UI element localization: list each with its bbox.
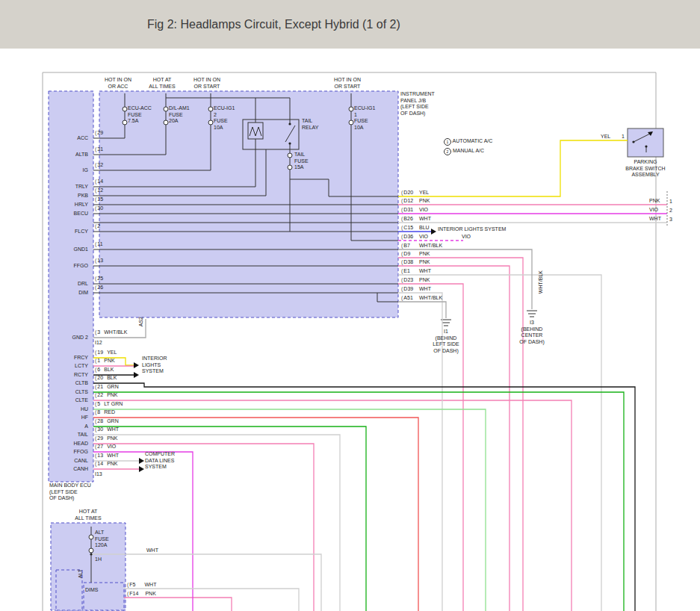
ecu-pin-number-color: 13WHT bbox=[95, 453, 119, 459]
ecu-pin-name: TAIL bbox=[58, 432, 88, 438]
jb-connector-id: E1 bbox=[401, 268, 410, 275]
jb-connector-id: D39 bbox=[401, 286, 413, 293]
wire-light-green bbox=[93, 409, 486, 611]
connector-f14-id: F14 bbox=[129, 591, 138, 596]
ground-i1-label: I1 (BEHIND LEFT SIDE OF DASH) bbox=[433, 329, 459, 354]
wire-color-label: PNK bbox=[419, 251, 430, 258]
ecu-pin-number: 11 bbox=[95, 241, 103, 248]
interior-lights-arrow-1 bbox=[134, 362, 139, 368]
ecu-pin-number-color: 20BLK bbox=[95, 375, 117, 382]
wire-green bbox=[93, 392, 624, 611]
edge-pin-number: 1 bbox=[669, 199, 672, 205]
ecu-pin-number: 27 bbox=[97, 444, 103, 449]
interior-lights-right-label: INTERIOR LIGHTS SYSTEM bbox=[438, 226, 506, 233]
fuse-label-alt: ALT FUSE 120A bbox=[95, 530, 109, 549]
ecu-pin-name: HU bbox=[58, 406, 88, 413]
jb-connector-id: D20 bbox=[401, 190, 413, 196]
connector-i12: I12 bbox=[95, 340, 102, 347]
wire-color-label: GRN bbox=[107, 418, 119, 424]
ecu-pin-number-color: 3WHT/BLK bbox=[95, 329, 127, 336]
ecu-pin-name: RCTY bbox=[58, 372, 88, 379]
ecu-pin-name: GND 2 bbox=[58, 335, 88, 341]
ecu-pin-number: 31 bbox=[95, 146, 103, 153]
ecu-pin-number-color: 22PNK bbox=[95, 392, 118, 399]
ecu-pin-name: CLTB bbox=[58, 380, 88, 387]
parking-switch-pin-1: 1 bbox=[622, 134, 625, 140]
wire-color-label: LT GRN bbox=[104, 401, 123, 406]
wire-color-label: WHT bbox=[419, 268, 431, 275]
relay-label-tail: TAIL RELAY bbox=[302, 118, 318, 131]
ecu-pin-number: 6 bbox=[97, 367, 100, 372]
legend-manual-ac-text: MANUAL A/C bbox=[453, 148, 484, 153]
ecu-pin-number: 29 bbox=[97, 435, 103, 441]
power-label-acc: HOT IN ON OR ACC bbox=[105, 77, 131, 90]
wire-color-label: YEL bbox=[107, 350, 117, 355]
wire-color-label: WHT bbox=[107, 427, 119, 432]
connector-f5-color: WHT bbox=[145, 582, 157, 587]
wire-color-label: VIO bbox=[649, 207, 658, 214]
computer-data-lines-label: COMPUTER DATA LINES SYSTEM bbox=[145, 451, 175, 471]
ecu-pin-number: 14 bbox=[95, 179, 103, 185]
jb-connector-id: D23 bbox=[401, 277, 413, 284]
fuse-label-ecu-ig1-2: ECU-IG1 2 FUSE 10A bbox=[214, 105, 235, 131]
ecu-pin-number: 28 bbox=[97, 418, 103, 424]
power-label-start-2: HOT IN ON OR START bbox=[334, 77, 361, 90]
wire-color-label: PNK bbox=[419, 198, 430, 205]
ecu-pin-name: ACC bbox=[58, 135, 88, 142]
wire-color-label: BLU bbox=[419, 225, 430, 232]
ecu-pin-number: 21 bbox=[97, 384, 103, 389]
ground-i3-label: I3 (BEHIND CENTER OF DASH) bbox=[519, 320, 544, 345]
ecu-pin-number-color: 27VIO bbox=[95, 444, 116, 450]
jb-connector-id: C15 bbox=[401, 225, 413, 232]
ecu-pin-number: 8 bbox=[97, 409, 100, 415]
wire-color-label: PNK bbox=[419, 277, 430, 284]
ecu-pin-name: DRL bbox=[58, 281, 88, 288]
interior-lights-left-label: INTERIOR LIGHTS SYSTEM bbox=[142, 356, 167, 375]
fuse-label-ecu-acc: ECU-ACC FUSE 7.5A bbox=[128, 105, 152, 125]
wiring-svg bbox=[0, 0, 700, 611]
ecu-pin-name: FRCY bbox=[58, 355, 88, 362]
edge-pin-number: 2 bbox=[669, 208, 672, 214]
alt-wht-wire-label: WHT bbox=[146, 548, 158, 554]
fuse-label-dl-am1: D/L-AM1 FUSE 20A bbox=[169, 105, 190, 125]
jb-connector-id: D9 bbox=[401, 251, 410, 258]
ecu-pin-number: 26 bbox=[95, 285, 103, 291]
jb-connector-id: D36 bbox=[401, 234, 413, 241]
ecu-pin-number: 25 bbox=[95, 276, 103, 282]
computer-data-arrow-1 bbox=[139, 458, 144, 464]
legend-automatic-ac-text: AUTOMATIC A/C bbox=[453, 138, 493, 143]
jb-connector-id: B26 bbox=[401, 216, 413, 223]
wire-color-label: PNK bbox=[107, 435, 117, 441]
ecu-pin-name: GND1 bbox=[58, 246, 88, 253]
fuse-label-ecu-ig1-1: ECU-IG1 1 FUSE 10A bbox=[354, 105, 375, 131]
power-label-all-times-2: HOT AT ALL TIMES bbox=[75, 509, 101, 521]
wire-black bbox=[93, 375, 635, 611]
vio-dashed-label: VIO bbox=[462, 234, 471, 241]
ecu-pin-name: A bbox=[58, 424, 88, 430]
jb-connector-id: D12 bbox=[401, 198, 413, 205]
interior-lights-right-arrow bbox=[431, 229, 436, 235]
ecu-pin-name: FFGO bbox=[58, 263, 88, 270]
connector-i13: I13 bbox=[95, 471, 102, 478]
wire-color-label: WHT bbox=[419, 286, 431, 293]
computer-data-arrow-2 bbox=[139, 466, 144, 472]
dims-label: DIMS bbox=[85, 587, 99, 594]
ecu-pin-name: HEAD bbox=[58, 441, 88, 447]
wire-color-label: PNK bbox=[107, 392, 117, 397]
ecu-pin-number-color: 14PNK bbox=[95, 461, 118, 468]
ecu-pin-number-color: 30WHT bbox=[95, 427, 119, 433]
ecu-pin-number: 19 bbox=[97, 350, 103, 355]
connector-as2: AS2 bbox=[138, 317, 145, 326]
jb-connector-id: B7 bbox=[401, 243, 410, 249]
ecu-pin-number: 2 bbox=[95, 223, 100, 230]
ecu-pin-name: ALTB bbox=[58, 152, 88, 158]
connector-f14-color: PNK bbox=[145, 591, 155, 596]
ecu-pin-number: 13 bbox=[95, 258, 103, 264]
ecu-pin-number: 15 bbox=[95, 196, 103, 203]
circled-1-icon: 1 bbox=[444, 138, 451, 146]
wire-color-label: VIO bbox=[419, 234, 428, 241]
ecu-pin-number: 30 bbox=[95, 205, 103, 212]
connector-f14: F14PNK bbox=[127, 591, 156, 598]
ecu-pin-name: CLTS bbox=[58, 389, 88, 396]
ecu-pin-number-color: 8RED bbox=[95, 409, 115, 416]
